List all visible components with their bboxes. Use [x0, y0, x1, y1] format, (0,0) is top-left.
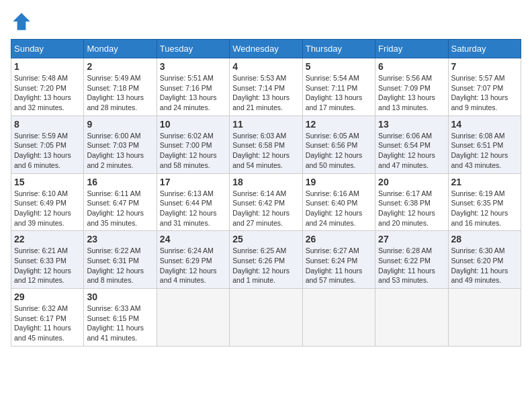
calendar-header-saturday: Saturday: [448, 40, 521, 58]
calendar-day-cell: 30 Sunrise: 6:33 AMSunset: 6:15 PMDaylig…: [84, 289, 157, 347]
day-number: 7: [451, 61, 518, 72]
day-number: 2: [87, 61, 153, 72]
calendar-week-row: 22 Sunrise: 6:21 AMSunset: 6:33 PMDaylig…: [11, 231, 521, 289]
day-info: Sunrise: 5:59 AMSunset: 7:05 PMDaylight:…: [14, 131, 81, 171]
day-info: Sunrise: 6:33 AMSunset: 6:15 PMDaylight:…: [87, 304, 153, 343]
day-info: Sunrise: 6:13 AMSunset: 6:44 PMDaylight:…: [160, 189, 226, 228]
day-info: Sunrise: 6:06 AMSunset: 6:54 PMDaylight:…: [378, 131, 445, 171]
day-number: 1: [14, 61, 81, 72]
calendar-day-cell: 25 Sunrise: 6:25 AMSunset: 6:26 PMDaylig…: [230, 231, 302, 289]
calendar-week-row: 29 Sunrise: 6:32 AMSunset: 6:17 PMDaylig…: [11, 289, 521, 347]
day-number: 13: [378, 119, 445, 130]
calendar-day-cell: 4 Sunrise: 5:53 AMSunset: 7:14 PMDayligh…: [230, 58, 302, 116]
day-info: Sunrise: 6:02 AMSunset: 7:00 PMDaylight:…: [160, 131, 226, 171]
day-number: 16: [87, 177, 153, 187]
calendar-header-wednesday: Wednesday: [230, 40, 302, 58]
calendar-day-cell: 6 Sunrise: 5:56 AMSunset: 7:09 PMDayligh…: [375, 58, 448, 116]
day-number: 17: [160, 177, 226, 187]
calendar-day-cell: 9 Sunrise: 6:00 AMSunset: 7:03 PMDayligh…: [84, 116, 157, 173]
calendar-week-row: 8 Sunrise: 5:59 AMSunset: 7:05 PMDayligh…: [11, 116, 521, 173]
calendar-day-cell: 22 Sunrise: 6:21 AMSunset: 6:33 PMDaylig…: [11, 231, 84, 289]
day-number: 26: [306, 234, 372, 244]
day-number: 14: [451, 119, 518, 130]
calendar-day-cell: 28 Sunrise: 6:30 AMSunset: 6:20 PMDaylig…: [448, 231, 521, 289]
calendar-day-cell: 16 Sunrise: 6:11 AMSunset: 6:47 PMDaylig…: [84, 173, 157, 231]
day-info: Sunrise: 6:14 AMSunset: 6:42 PMDaylight:…: [232, 189, 299, 228]
day-number: 25: [232, 234, 299, 244]
calendar-day-cell: 1 Sunrise: 5:48 AMSunset: 7:20 PMDayligh…: [11, 58, 84, 116]
day-number: 4: [232, 61, 299, 72]
day-info: Sunrise: 6:08 AMSunset: 6:51 PMDaylight:…: [451, 131, 518, 171]
calendar-day-cell: [375, 289, 448, 347]
calendar-day-cell: 11 Sunrise: 6:03 AMSunset: 6:58 PMDaylig…: [230, 116, 302, 173]
day-info: Sunrise: 6:30 AMSunset: 6:20 PMDaylight:…: [451, 246, 518, 285]
calendar-day-cell: 5 Sunrise: 5:54 AMSunset: 7:11 PMDayligh…: [302, 58, 375, 116]
day-number: 15: [14, 177, 81, 187]
calendar-day-cell: [157, 289, 229, 347]
day-number: 22: [14, 234, 81, 244]
day-number: 12: [306, 119, 372, 130]
calendar-header-thursday: Thursday: [302, 40, 375, 58]
calendar-header-sunday: Sunday: [11, 40, 84, 58]
day-number: 8: [14, 119, 81, 130]
calendar-header-tuesday: Tuesday: [157, 40, 229, 58]
day-info: Sunrise: 6:22 AMSunset: 6:31 PMDaylight:…: [87, 246, 153, 285]
day-number: 9: [87, 119, 153, 130]
day-info: Sunrise: 6:25 AMSunset: 6:26 PMDaylight:…: [232, 246, 299, 285]
calendar-day-cell: 18 Sunrise: 6:14 AMSunset: 6:42 PMDaylig…: [230, 173, 302, 231]
day-number: 23: [87, 234, 153, 244]
day-number: 20: [378, 177, 445, 187]
day-info: Sunrise: 6:03 AMSunset: 6:58 PMDaylight:…: [232, 131, 299, 171]
calendar-day-cell: 10 Sunrise: 6:02 AMSunset: 7:00 PMDaylig…: [157, 116, 229, 173]
calendar-header-monday: Monday: [84, 40, 157, 58]
logo: [11, 11, 35, 32]
day-number: 24: [160, 234, 226, 244]
day-info: Sunrise: 5:53 AMSunset: 7:14 PMDaylight:…: [232, 73, 299, 113]
day-number: 18: [232, 177, 299, 187]
day-number: 28: [451, 234, 518, 244]
calendar-header-row: SundayMondayTuesdayWednesdayThursdayFrid…: [11, 40, 521, 58]
calendar-day-cell: 17 Sunrise: 6:13 AMSunset: 6:44 PMDaylig…: [157, 173, 229, 231]
calendar-header-friday: Friday: [375, 40, 448, 58]
calendar-day-cell: [302, 289, 375, 347]
calendar-day-cell: 19 Sunrise: 6:16 AMSunset: 6:40 PMDaylig…: [302, 173, 375, 231]
day-number: 27: [378, 234, 445, 244]
day-number: 3: [160, 61, 226, 72]
day-number: 19: [306, 177, 372, 187]
calendar-day-cell: 26 Sunrise: 6:27 AMSunset: 6:24 PMDaylig…: [302, 231, 375, 289]
calendar-day-cell: 13 Sunrise: 6:06 AMSunset: 6:54 PMDaylig…: [375, 116, 448, 173]
calendar-day-cell: 8 Sunrise: 5:59 AMSunset: 7:05 PMDayligh…: [11, 116, 84, 173]
calendar-day-cell: 27 Sunrise: 6:28 AMSunset: 6:22 PMDaylig…: [375, 231, 448, 289]
day-info: Sunrise: 5:57 AMSunset: 7:07 PMDaylight:…: [451, 73, 518, 113]
calendar-day-cell: 21 Sunrise: 6:19 AMSunset: 6:35 PMDaylig…: [448, 173, 521, 231]
day-info: Sunrise: 5:49 AMSunset: 7:18 PMDaylight:…: [87, 73, 153, 113]
calendar-day-cell: 24 Sunrise: 6:24 AMSunset: 6:29 PMDaylig…: [157, 231, 229, 289]
calendar-day-cell: 15 Sunrise: 6:10 AMSunset: 6:49 PMDaylig…: [11, 173, 84, 231]
day-info: Sunrise: 6:28 AMSunset: 6:22 PMDaylight:…: [378, 246, 445, 285]
day-number: 21: [451, 177, 518, 187]
day-info: Sunrise: 5:51 AMSunset: 7:16 PMDaylight:…: [160, 73, 226, 113]
calendar-week-row: 15 Sunrise: 6:10 AMSunset: 6:49 PMDaylig…: [11, 173, 521, 231]
day-info: Sunrise: 6:32 AMSunset: 6:17 PMDaylight:…: [14, 304, 81, 343]
day-info: Sunrise: 6:17 AMSunset: 6:38 PMDaylight:…: [378, 189, 445, 228]
day-number: 29: [14, 291, 81, 302]
day-info: Sunrise: 6:21 AMSunset: 6:33 PMDaylight:…: [14, 246, 81, 285]
day-info: Sunrise: 6:24 AMSunset: 6:29 PMDaylight:…: [160, 246, 226, 285]
calendar-day-cell: 14 Sunrise: 6:08 AMSunset: 6:51 PMDaylig…: [448, 116, 521, 173]
calendar-table: SundayMondayTuesdayWednesdayThursdayFrid…: [11, 39, 521, 347]
day-info: Sunrise: 5:56 AMSunset: 7:09 PMDaylight:…: [378, 73, 445, 113]
day-info: Sunrise: 6:19 AMSunset: 6:35 PMDaylight:…: [451, 189, 518, 228]
page-header: [11, 11, 521, 32]
day-info: Sunrise: 6:00 AMSunset: 7:03 PMDaylight:…: [87, 131, 153, 171]
calendar-day-cell: 7 Sunrise: 5:57 AMSunset: 7:07 PMDayligh…: [448, 58, 521, 116]
svg-marker-0: [13, 13, 30, 30]
calendar-day-cell: [448, 289, 521, 347]
day-number: 30: [87, 291, 153, 302]
calendar-week-row: 1 Sunrise: 5:48 AMSunset: 7:20 PMDayligh…: [11, 58, 521, 116]
day-info: Sunrise: 5:54 AMSunset: 7:11 PMDaylight:…: [306, 73, 372, 113]
logo-icon: [11, 11, 32, 32]
calendar-day-cell: 23 Sunrise: 6:22 AMSunset: 6:31 PMDaylig…: [84, 231, 157, 289]
day-info: Sunrise: 6:10 AMSunset: 6:49 PMDaylight:…: [14, 189, 81, 228]
day-number: 6: [378, 61, 445, 72]
calendar-day-cell: 29 Sunrise: 6:32 AMSunset: 6:17 PMDaylig…: [11, 289, 84, 347]
